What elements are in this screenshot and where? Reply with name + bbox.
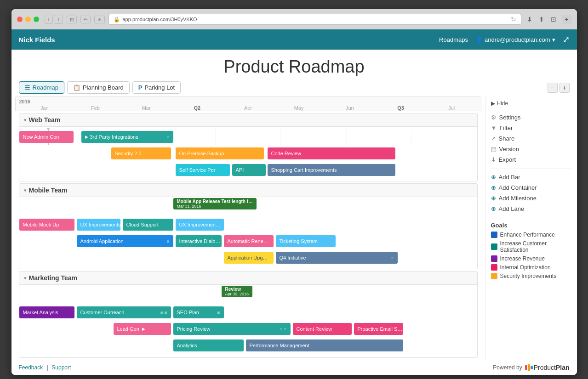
minimize-button[interactable]: [25, 17, 31, 22]
maximize-button[interactable]: [34, 17, 39, 22]
add-bar-button[interactable]: ⊕ Add Bar: [491, 172, 571, 182]
user-menu[interactable]: 👤 andre@productplan.com ▾: [475, 36, 555, 43]
sidebar-settings-section: ⚙ Settings ▼ Filter ↗ Share ▤ Version: [491, 112, 571, 165]
zoom-out-button[interactable]: −: [548, 83, 558, 93]
bar-lead-gen[interactable]: Lead Gen ▶: [114, 323, 171, 335]
bar-automatic-renewal[interactable]: Automatic Rene…: [224, 235, 274, 247]
goal-label-increase-rev: Increase Revenue: [500, 255, 545, 262]
marketing-team-rows: Market Analysis Customer Outreach ≡ ≡ SE…: [19, 302, 477, 357]
filter-icon: ▼: [491, 124, 497, 131]
bar-content-review[interactable]: Content Review: [293, 323, 352, 335]
quarter-q3: Q3: [375, 105, 426, 111]
bar-proactive-email[interactable]: Proactive Email S…: [354, 323, 403, 335]
logo-bar-3: [531, 366, 533, 369]
mobile-row-3: Application Upg… Q4 Initiative ≡: [19, 250, 477, 266]
feedback-link[interactable]: Feedback: [19, 364, 43, 371]
lead-gen-expand-icon: ▶: [142, 327, 145, 331]
close-button[interactable]: [17, 17, 23, 22]
marketing-team-section: ▾ Marketing Team Review Apr 30, 2016: [19, 271, 478, 358]
add-bar-label: Add Bar: [499, 174, 520, 181]
bar-pricing-review[interactable]: Pricing Review ≡ ≡: [173, 323, 291, 335]
brand-name: ProductPlan: [534, 364, 570, 371]
web-team-rows: New Admin Con ▶ 3rd Party Integrations ≡…: [19, 127, 477, 181]
bar-customer-outreach[interactable]: Customer Outreach ≡ ≡: [77, 306, 171, 318]
tab-planning-board[interactable]: 📋 Planning Board: [67, 81, 130, 94]
add-lane-button[interactable]: ⊕ Add Lane: [491, 204, 571, 214]
sidebar-item-export[interactable]: ⬇ Export: [491, 154, 571, 165]
bar-security-2[interactable]: Security 2.0: [111, 147, 171, 159]
bar-seo-plan[interactable]: SEO Plan ≡: [173, 306, 224, 318]
timeline-months-row: Jan Feb Mar Q2 Apr May Jun Q3 Jul: [19, 105, 477, 111]
brand-logo: ProductPlan: [525, 364, 570, 371]
share-label: Share: [499, 135, 515, 142]
bar-analytics[interactable]: Analytics: [173, 339, 244, 351]
expand-icon[interactable]: ⤢: [563, 34, 570, 45]
brand-icon: [525, 364, 533, 371]
bar-ticketing-system[interactable]: Ticketing System: [276, 235, 336, 247]
hide-sidebar-button[interactable]: ▶ Hide: [491, 100, 571, 107]
zoom-in-button[interactable]: +: [559, 83, 570, 93]
new-tab-button[interactable]: +: [562, 15, 571, 24]
support-link[interactable]: Support: [51, 364, 71, 371]
bar-3rd-party-integrations[interactable]: ▶ 3rd Party Integrations ≡: [81, 131, 173, 143]
bar-performance-management[interactable]: Performance Management: [246, 339, 403, 351]
bar-on-premise-backup[interactable]: On Premise Backup: [176, 147, 264, 159]
dashes-icon-co: ≡ ≡: [160, 310, 167, 315]
roadmap-area: 2016 Jan Feb Mar Q2 Apr May Jun Q3 Jul: [11, 96, 485, 360]
marketing-team-header[interactable]: ▾ Marketing Team: [19, 272, 477, 285]
goal-enhance: Enhance Performance: [491, 232, 571, 238]
tab-roadmap[interactable]: ☰ Roadmap: [19, 81, 64, 94]
sidebar-divider: [491, 169, 571, 169]
plus-icon-bar: ⊕: [491, 174, 496, 181]
roadmaps-nav-link[interactable]: Roadmaps: [439, 36, 468, 43]
sidebar-item-filter[interactable]: ▼ Filter: [491, 123, 571, 133]
goal-color-enhance: [491, 232, 497, 238]
tabs-icon[interactable]: ⊡: [549, 15, 558, 24]
page-header: Product Roadmap: [11, 50, 577, 79]
bar-market-analysis[interactable]: Market Analysis: [19, 306, 74, 318]
reload-icon[interactable]: ↻: [511, 16, 516, 23]
sidebar-item-settings[interactable]: ⚙ Settings: [491, 112, 571, 123]
url-bar[interactable]: 🔒 app.productplan.com/3H0yVKKO ↻: [108, 14, 522, 25]
month-jan: Jan: [19, 105, 70, 111]
bar-shopping-cart[interactable]: Shopping Cart Improvements: [268, 164, 395, 176]
web-team-header[interactable]: ▾ Web Team: [19, 113, 477, 127]
bar-application-upgrade[interactable]: Application Upg…: [224, 252, 274, 264]
bar-interactive-dialog[interactable]: Interactive Dialo…: [176, 235, 222, 247]
forward-button[interactable]: ›: [55, 15, 63, 24]
add-milestone-button[interactable]: ⊕ Add Milestone: [491, 193, 571, 204]
bar-ux-improvements-1[interactable]: UX Improvements: [77, 219, 120, 231]
sidebar-item-share[interactable]: ↗ Share: [491, 133, 571, 144]
back-button[interactable]: ‹: [45, 15, 53, 24]
bar-new-admin-con[interactable]: New Admin Con: [19, 131, 74, 143]
mobile-team-header[interactable]: ▾ Mobile Team: [19, 184, 477, 197]
plus-icon-milestone: ⊕: [491, 195, 496, 202]
gear-icon: ⚙: [491, 114, 497, 121]
pen-button[interactable]: ✏: [80, 16, 91, 23]
bar-mobile-mock-up[interactable]: Mobile Mock Up: [19, 219, 74, 231]
bar-api[interactable]: API: [232, 164, 266, 176]
warning-button[interactable]: ⚠: [94, 16, 105, 23]
tab-overview-button[interactable]: ⊡: [67, 16, 77, 23]
month-feb: Feb: [70, 105, 121, 111]
parking-tab-label: Parking Lot: [144, 84, 175, 91]
download-icon[interactable]: ⬇: [525, 15, 534, 24]
bar-cloud-support[interactable]: Cloud Support: [123, 219, 173, 231]
bar-ux-improvements-2[interactable]: UX Improvemen…: [176, 219, 224, 231]
tab-parking-lot[interactable]: P Parking Lot: [132, 81, 181, 94]
share-icon[interactable]: ⬆: [537, 15, 546, 24]
sidebar-item-version[interactable]: ▤ Version: [491, 144, 571, 154]
version-icon: ▤: [491, 146, 497, 153]
bar-android-application[interactable]: Android Application ≡: [77, 235, 173, 247]
zoom-controls: − +: [548, 83, 570, 93]
goals-title: Goals: [491, 222, 571, 229]
marketing-row-3: Analytics Performance Management: [19, 338, 477, 354]
bar-code-review[interactable]: Code Review: [268, 147, 395, 159]
bar-q4-initiative[interactable]: Q4 Initiative ≡: [276, 252, 398, 264]
bar-self-service-por[interactable]: Self Service Por: [176, 164, 230, 176]
app-title: Nick Fields: [19, 36, 55, 44]
roadmap-tab-label: Roadmap: [33, 84, 58, 91]
add-container-button[interactable]: ⊕ Add Container: [491, 182, 571, 193]
toolbar-icons: ⬇ ⬆ ⊡: [525, 15, 558, 24]
marketing-milestone-row: Review Apr 30, 2016: [19, 285, 477, 302]
